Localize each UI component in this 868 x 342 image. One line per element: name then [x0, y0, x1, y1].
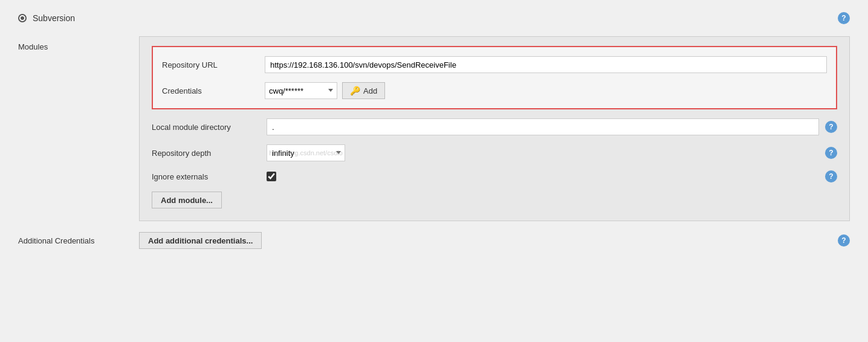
credentials-controls: cwq/****** 🔑 Add — [265, 82, 385, 99]
local-module-help-icon[interactable]: ? — [825, 121, 837, 133]
subversion-help-icon[interactable]: ? — [838, 12, 850, 24]
add-additional-credentials-button[interactable]: Add additional credentials... — [139, 232, 262, 249]
ignore-externals-help-icon[interactable]: ? — [825, 170, 837, 182]
additional-credentials-help-icon[interactable]: ? — [838, 234, 850, 247]
ignore-externals-checkbox[interactable] — [267, 172, 276, 181]
repo-url-input[interactable] — [265, 56, 827, 73]
additional-credentials-section: Additional Credentials Add additional cr… — [18, 232, 850, 249]
module-box: Repository URL Credentials cwq/****** 🔑 … — [152, 46, 837, 109]
local-module-input[interactable] — [267, 118, 819, 135]
repo-depth-label: Repository depth — [152, 149, 267, 158]
repo-depth-row: Repository depth infinity empty files im… — [152, 144, 837, 161]
repo-depth-select[interactable]: infinity empty files immediates unknown — [267, 144, 345, 161]
credentials-label: Credentials — [162, 86, 265, 95]
credentials-select[interactable]: cwq/****** — [265, 82, 337, 99]
key-icon: 🔑 — [350, 86, 360, 95]
subversion-radio[interactable] — [18, 14, 27, 22]
repo-url-row: Repository URL — [162, 56, 827, 73]
additional-credentials-label: Additional Credentials — [18, 236, 139, 245]
ignore-externals-label: Ignore externals — [152, 172, 267, 181]
add-module-section: Add module... — [152, 192, 837, 208]
subversion-header: Subversion ? — [18, 12, 850, 24]
credentials-row: Credentials cwq/****** 🔑 Add — [162, 82, 827, 99]
add-credentials-button[interactable]: 🔑 Add — [342, 82, 385, 99]
main-content: Modules Repository URL Credentials cwq/*… — [18, 36, 850, 221]
repo-url-label: Repository URL — [162, 60, 265, 69]
add-button-label: Add — [363, 86, 377, 95]
repo-depth-help-icon[interactable]: ? — [825, 147, 837, 159]
modules-label: Modules — [18, 36, 139, 221]
add-module-button[interactable]: Add module... — [152, 192, 222, 208]
ignore-externals-row: Ignore externals ? — [152, 170, 837, 182]
subversion-title: Subversion — [33, 13, 75, 23]
local-module-row: Local module directory ? — [152, 118, 837, 135]
right-panel: Repository URL Credentials cwq/****** 🔑 … — [139, 36, 850, 221]
local-module-label: Local module directory — [152, 123, 267, 132]
